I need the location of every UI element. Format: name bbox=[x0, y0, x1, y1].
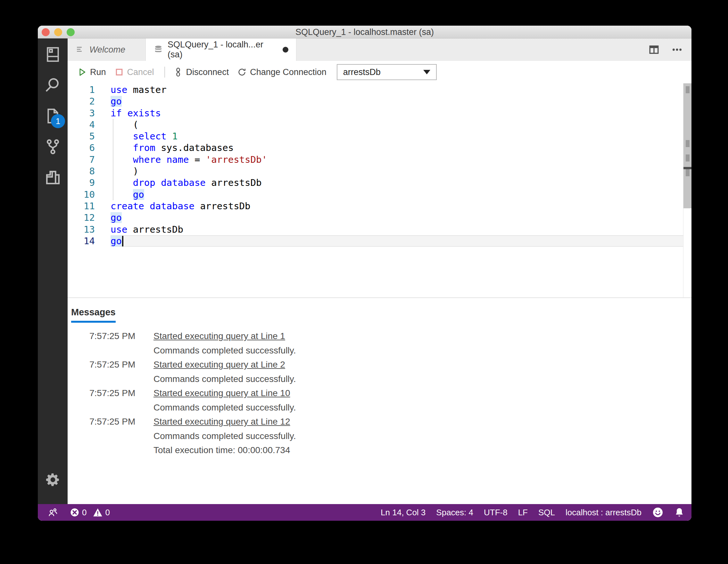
tab-sqlquery[interactable]: SQLQuery_1 - localh...er (sa) bbox=[146, 38, 296, 61]
dirty-indicator bbox=[283, 47, 288, 53]
split-editor-icon[interactable] bbox=[649, 44, 659, 55]
code-text: go bbox=[111, 212, 683, 223]
line-number: 14 bbox=[68, 235, 111, 247]
dropdown-value: arrestsDb bbox=[343, 67, 423, 77]
overview-ruler[interactable] bbox=[683, 83, 691, 297]
settings-button[interactable] bbox=[38, 465, 68, 496]
message-link[interactable]: Started executing query at Line 12 bbox=[153, 417, 290, 427]
code-line[interactable]: 6 from sys.databases bbox=[68, 142, 691, 153]
code-token bbox=[111, 177, 133, 188]
code-text: if exists bbox=[111, 107, 683, 119]
occurrence-mark bbox=[686, 140, 690, 147]
occurrence-mark bbox=[686, 86, 690, 93]
gear-icon bbox=[45, 472, 61, 489]
cancel-button[interactable]: Cancel bbox=[114, 67, 154, 77]
code-token: exists bbox=[127, 108, 161, 119]
code-token bbox=[111, 131, 133, 142]
message-link[interactable]: Started executing query at Line 1 bbox=[153, 331, 285, 341]
message-text: Commands completed successfully. bbox=[153, 402, 296, 413]
code-line[interactable]: 1use master bbox=[68, 84, 691, 95]
message-row: 7:57:25 PMStarted executing query at Lin… bbox=[68, 386, 691, 401]
maximize-button[interactable] bbox=[67, 28, 75, 36]
message-row: Commands completed successfully. bbox=[68, 344, 691, 358]
change-connection-button[interactable]: Change Connection bbox=[237, 67, 327, 77]
more-actions-icon[interactable] bbox=[672, 44, 683, 55]
notifications-bell-icon[interactable] bbox=[674, 507, 684, 518]
status-connection[interactable]: localhost : arrestsDb bbox=[566, 508, 641, 518]
message-link[interactable]: Started executing query at Line 10 bbox=[153, 388, 290, 398]
status-language[interactable]: SQL bbox=[538, 508, 555, 518]
list-icon bbox=[75, 45, 85, 54]
traffic-lights bbox=[42, 28, 75, 36]
tab-label: Welcome bbox=[89, 45, 125, 55]
code-token: 1 bbox=[172, 131, 178, 142]
warning-count: 0 bbox=[105, 508, 110, 518]
code-line[interactable]: 10 go bbox=[68, 189, 691, 200]
message-text: Commands completed successfully. bbox=[153, 431, 296, 441]
code-token: sys.databases bbox=[155, 142, 234, 153]
code-line[interactable]: 7 where name = 'arrestsDb' bbox=[68, 154, 691, 165]
run-button[interactable]: Run bbox=[77, 67, 106, 77]
message-time: 7:57:25 PM bbox=[89, 388, 153, 398]
sidebar-item-source-control[interactable] bbox=[38, 132, 68, 163]
feedback-smiley-icon[interactable] bbox=[652, 507, 664, 518]
text-cursor bbox=[122, 236, 123, 246]
code-line[interactable]: 12go bbox=[68, 212, 691, 223]
app-window: SQLQuery_1 - localhost.master (sa) 1 bbox=[38, 26, 691, 521]
code-line[interactable]: 14go bbox=[68, 235, 691, 247]
code-line[interactable]: 2go bbox=[68, 95, 691, 107]
code-line[interactable]: 5 select 1 bbox=[68, 130, 691, 142]
code-token: from bbox=[133, 142, 155, 153]
change-connection-icon bbox=[237, 67, 247, 77]
code-line[interactable]: 3if exists bbox=[68, 107, 691, 119]
status-eol[interactable]: LF bbox=[518, 508, 528, 518]
error-icon bbox=[70, 508, 79, 517]
server-icon bbox=[45, 46, 61, 64]
tab-welcome[interactable]: Welcome bbox=[68, 38, 146, 61]
code-token bbox=[122, 108, 127, 119]
sidebar-item-extensions[interactable] bbox=[38, 163, 68, 194]
problems-indicator[interactable]: 0 0 bbox=[70, 508, 110, 518]
database-dropdown[interactable]: arrestsDb bbox=[337, 64, 437, 80]
code-token: = bbox=[189, 154, 205, 165]
status-cursor-position[interactable]: Ln 14, Col 3 bbox=[381, 508, 426, 518]
code-token: ) bbox=[111, 166, 138, 177]
code-token bbox=[161, 154, 166, 165]
code-line[interactable]: 13use arrestsDb bbox=[68, 224, 691, 235]
close-button[interactable] bbox=[42, 28, 50, 36]
code-token: create bbox=[111, 201, 144, 211]
message-time: 7:57:25 PM bbox=[89, 360, 153, 370]
sidebar-item-notebooks[interactable]: 1 bbox=[38, 101, 68, 132]
code-token: select bbox=[133, 131, 167, 142]
line-number: 1 bbox=[68, 84, 111, 95]
status-indentation[interactable]: Spaces: 4 bbox=[436, 508, 473, 518]
code-line[interactable]: 9 drop database arrestsDb bbox=[68, 177, 691, 188]
sidebar-item-connections[interactable] bbox=[38, 40, 68, 71]
code-line[interactable]: 11create database arrestsDb bbox=[68, 200, 691, 212]
stop-icon bbox=[114, 67, 124, 77]
message-text: Commands completed successfully. bbox=[153, 345, 296, 356]
badge: 1 bbox=[51, 114, 65, 128]
code-token bbox=[111, 142, 133, 153]
code-line[interactable]: 4 ( bbox=[68, 119, 691, 130]
code-token: database bbox=[161, 177, 206, 188]
disconnect-button[interactable]: Disconnect bbox=[173, 67, 229, 77]
message-row: Commands completed successfully. bbox=[68, 429, 691, 444]
minimize-button[interactable] bbox=[54, 28, 62, 36]
message-row: 7:57:25 PMStarted executing query at Lin… bbox=[68, 329, 691, 344]
sidebar-item-search[interactable] bbox=[38, 71, 68, 101]
line-number: 3 bbox=[68, 107, 111, 119]
accounts-icon[interactable] bbox=[47, 507, 58, 518]
code-token: go bbox=[111, 236, 122, 246]
status-encoding[interactable]: UTF-8 bbox=[484, 508, 508, 518]
code-line[interactable]: 8 ) bbox=[68, 165, 691, 177]
code-token: go bbox=[133, 189, 144, 200]
tab-messages[interactable]: Messages bbox=[71, 307, 116, 323]
code-editor[interactable]: 1use master2go3if exists4 (5 select 16 f… bbox=[68, 83, 691, 297]
line-number: 8 bbox=[68, 165, 111, 177]
code-token: use bbox=[111, 224, 127, 235]
message-link[interactable]: Started executing query at Line 2 bbox=[153, 360, 285, 370]
code-token: if bbox=[111, 108, 122, 119]
activity-bar: 1 bbox=[38, 38, 68, 504]
code-text: select 1 bbox=[111, 130, 683, 142]
